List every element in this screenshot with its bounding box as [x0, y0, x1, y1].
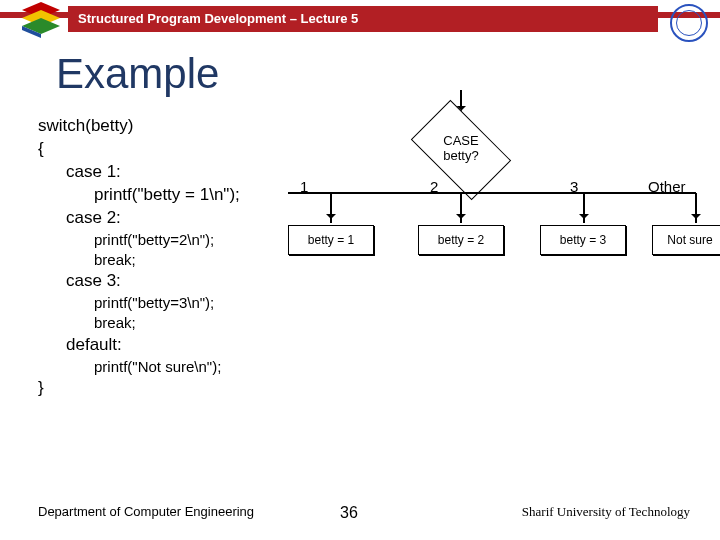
header-title: Structured Program Development – Lecture…	[68, 6, 658, 32]
arrow-down-1	[330, 193, 332, 223]
arrow-down-4	[695, 193, 697, 223]
code-line: switch(betty)	[38, 115, 318, 138]
flow-box-1: betty = 1	[288, 225, 374, 255]
dept-logo-icon	[20, 0, 62, 38]
branch-label-3: 3	[570, 178, 578, 195]
code-line: break;	[38, 250, 318, 270]
branch-label-2: 2	[430, 178, 438, 195]
code-line: }	[38, 377, 318, 400]
code-line: case 2:	[38, 207, 318, 230]
flowchart: CASE betty? 1 2 3 Other betty = 1 betty …	[300, 90, 715, 310]
slide-title: Example	[56, 50, 219, 98]
arrow-down-2	[460, 193, 462, 223]
code-line: printf("betty = 1\n");	[38, 184, 318, 207]
code-line: {	[38, 138, 318, 161]
code-line: default:	[38, 334, 318, 357]
slide-footer: Department of Computer Engineering 36 Sh…	[0, 504, 720, 528]
code-block: switch(betty) { case 1: printf("betty = …	[38, 115, 318, 400]
branch-label-1: 1	[300, 178, 308, 195]
code-line: break;	[38, 313, 318, 333]
code-line: case 1:	[38, 161, 318, 184]
branch-h-line	[288, 192, 696, 194]
code-line: case 3:	[38, 270, 318, 293]
code-line: printf("Not sure\n");	[38, 357, 318, 377]
branch-label-other: Other	[648, 178, 686, 195]
footer-right: Sharif University of Technology	[522, 504, 690, 520]
flow-box-4: Not sure	[652, 225, 720, 255]
code-line: printf("betty=3\n");	[38, 293, 318, 313]
code-line: printf("betty=2\n");	[38, 230, 318, 250]
diamond-label-l2: betty?	[443, 148, 478, 163]
slide-header: Structured Program Development – Lecture…	[0, 0, 720, 44]
university-logo-icon	[670, 4, 708, 42]
diamond-label-l1: CASE	[443, 133, 478, 148]
diamond-label: CASE betty?	[418, 134, 504, 164]
page-number: 36	[340, 504, 358, 522]
footer-left: Department of Computer Engineering	[38, 504, 254, 519]
flow-box-3: betty = 3	[540, 225, 626, 255]
arrow-down-3	[583, 193, 585, 223]
flow-box-2: betty = 2	[418, 225, 504, 255]
